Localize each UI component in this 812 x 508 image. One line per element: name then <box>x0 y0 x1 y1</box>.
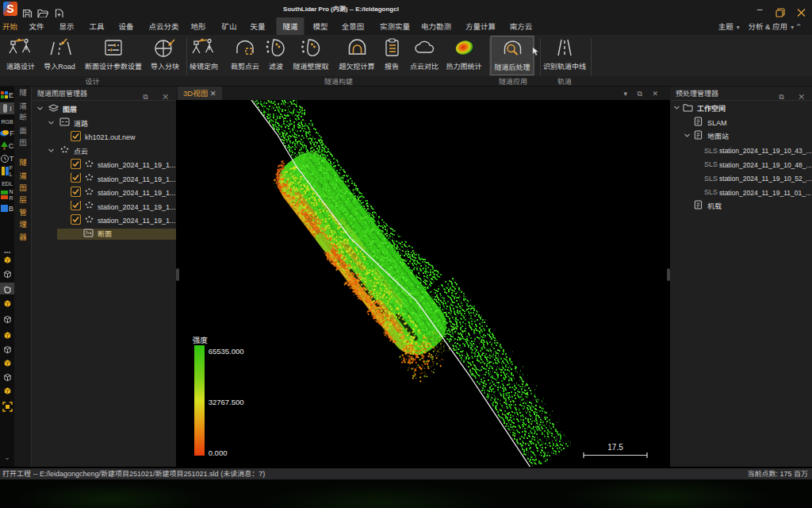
svg-text:S: S <box>6 2 13 15</box>
